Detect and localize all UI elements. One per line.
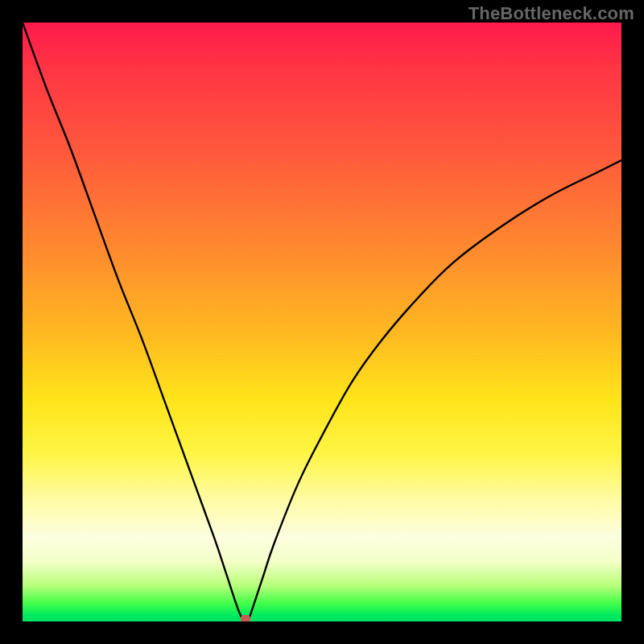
plot-area [23,23,621,621]
curve-path [23,23,621,621]
minimum-marker [241,615,250,621]
chart-frame: TheBottleneck.com [0,0,644,644]
bottleneck-curve [23,23,621,621]
watermark-text: TheBottleneck.com [469,3,634,24]
